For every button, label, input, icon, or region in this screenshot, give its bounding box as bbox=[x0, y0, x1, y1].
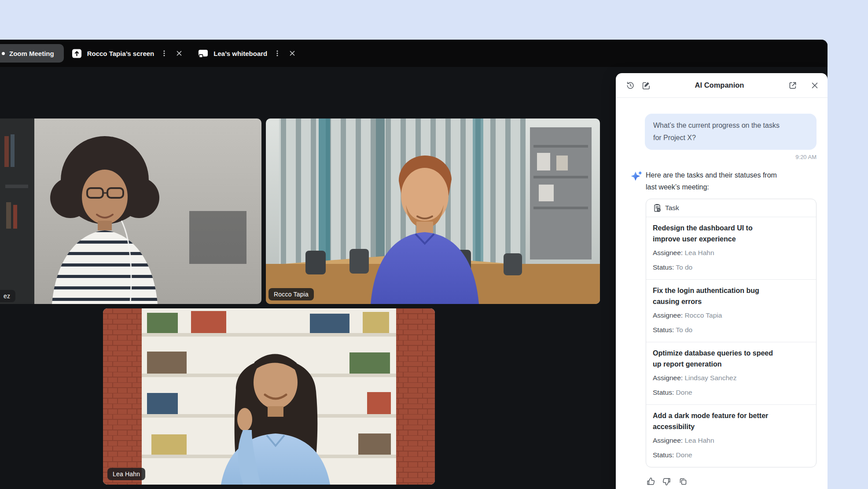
zoom-meeting-window: Zoom Meeting Rocco Tapia’s screen Lea’ bbox=[0, 40, 828, 489]
video-tile-rocco-tapia[interactable]: Rocco Tapia bbox=[266, 119, 600, 304]
task-assignee: Assignee: Lindsay Sanchez bbox=[653, 371, 809, 384]
response-feedback-row bbox=[646, 477, 817, 486]
tab-label: Rocco Tapia’s screen bbox=[87, 50, 154, 57]
task-assignee: Assignee: Lea Hahn bbox=[653, 246, 809, 259]
ai-intro-line: Here are the tasks and their statuses fr… bbox=[646, 169, 817, 181]
user-message-line: for Project X? bbox=[653, 132, 808, 144]
ai-response: Here are the tasks and their statuses fr… bbox=[630, 169, 817, 486]
ai-intro-text: Here are the tasks and their statuses fr… bbox=[646, 169, 817, 193]
task-title: Redesign the dashboard UI to improve use… bbox=[653, 222, 809, 244]
task-item: Redesign the dashboard UI to improve use… bbox=[646, 217, 816, 280]
thumbs-up-icon[interactable] bbox=[646, 477, 655, 486]
user-message-line: What’s the current progress on the tasks bbox=[653, 119, 808, 132]
task-card: Task Redesign the dashboard UI to improv… bbox=[646, 199, 817, 467]
task-item: Fix the login authentication bug causing… bbox=[646, 280, 816, 342]
ai-chat-area: What’s the current progress on the tasks… bbox=[616, 98, 828, 489]
task-assignee: Assignee: Rocco Tapia bbox=[653, 309, 809, 322]
participant-name-tag: Lea Hahn bbox=[107, 468, 145, 480]
compose-icon[interactable] bbox=[641, 81, 651, 90]
ai-companion-sparkle-icon bbox=[630, 170, 643, 182]
lea-hahn-video bbox=[103, 308, 435, 485]
ai-intro-line: last week’s meeting: bbox=[646, 181, 817, 193]
task-title: Optimize database queries to speed up re… bbox=[653, 348, 809, 370]
ai-panel-header: AI Companion bbox=[616, 73, 828, 98]
task-item: Optimize database queries to speed up re… bbox=[646, 342, 816, 405]
screen-share-icon bbox=[72, 48, 82, 59]
close-icon[interactable] bbox=[810, 81, 820, 90]
tab-zoom-meeting[interactable]: Zoom Meeting bbox=[0, 44, 64, 63]
tab-close-icon[interactable] bbox=[174, 48, 184, 58]
tab-bar: Zoom Meeting Rocco Tapia’s screen Lea’ bbox=[0, 40, 828, 67]
participant-1-video bbox=[0, 119, 261, 304]
task-title: Fix the login authentication bug causing… bbox=[653, 285, 809, 307]
tab-label: Zoom Meeting bbox=[9, 50, 54, 57]
copy-icon[interactable] bbox=[678, 477, 688, 486]
task-assignee: Assignee: Lea Hahn bbox=[653, 434, 809, 447]
pop-out-icon[interactable] bbox=[788, 81, 798, 90]
video-tile-lea-hahn[interactable]: Lea Hahn bbox=[103, 308, 435, 485]
video-tile-participant-1[interactable]: ez bbox=[0, 119, 261, 304]
ai-companion-panel: AI Companion bbox=[616, 73, 828, 489]
tab-menu-icon[interactable] bbox=[159, 48, 169, 58]
task-status: Status: Done bbox=[653, 448, 809, 461]
task-item: Add a dark mode feature for better acces… bbox=[646, 405, 816, 467]
task-card-title: Task bbox=[665, 204, 679, 212]
task-status: Status: To do bbox=[653, 323, 809, 336]
thumbs-down-icon[interactable] bbox=[662, 477, 672, 486]
ai-response-body: Here are the tasks and their statuses fr… bbox=[646, 169, 817, 486]
whiteboard-icon bbox=[198, 48, 208, 59]
tab-close-icon[interactable] bbox=[287, 48, 297, 58]
participant-name-tag: ez bbox=[0, 290, 15, 302]
tab-rocco-screen[interactable]: Rocco Tapia’s screen bbox=[72, 48, 184, 59]
meeting-indicator-dot bbox=[2, 52, 5, 55]
history-icon[interactable] bbox=[625, 81, 635, 90]
message-timestamp: 9:20 AM bbox=[630, 154, 817, 160]
participant-name-tag: Rocco Tapia bbox=[268, 288, 314, 300]
desktop-background: Zoom Meeting Rocco Tapia’s screen Lea’ bbox=[0, 0, 868, 489]
task-clipboard-icon bbox=[653, 204, 662, 212]
tab-menu-icon[interactable] bbox=[272, 48, 282, 58]
ai-panel-title: AI Companion bbox=[651, 81, 788, 89]
user-message-bubble: What’s the current progress on the tasks… bbox=[645, 114, 817, 150]
task-title: Add a dark mode feature for better acces… bbox=[653, 410, 809, 432]
task-status: Status: Done bbox=[653, 386, 809, 399]
tab-label: Lea’s whiteboard bbox=[213, 50, 267, 57]
tab-lea-whiteboard[interactable]: Lea’s whiteboard bbox=[198, 48, 297, 59]
task-status: Status: To do bbox=[653, 261, 809, 274]
rocco-tapia-video bbox=[266, 119, 600, 304]
task-card-header: Task bbox=[646, 199, 816, 217]
